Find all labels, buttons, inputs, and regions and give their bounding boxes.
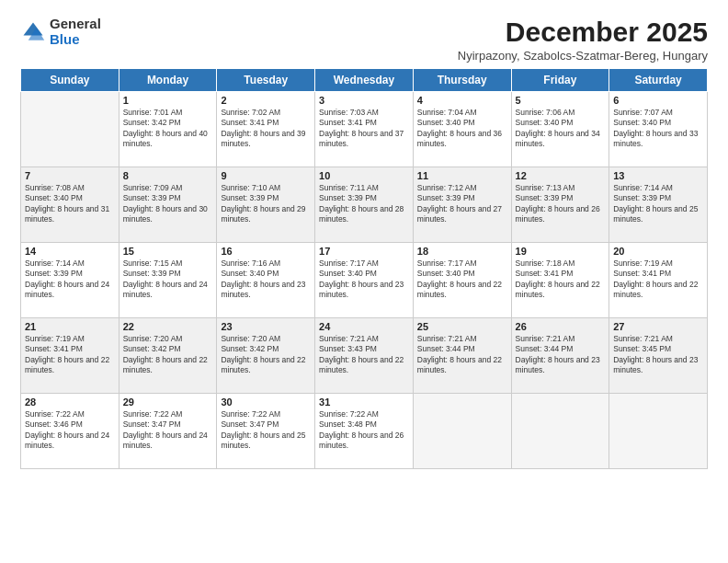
cell-info: Sunrise: 7:22 AMSunset: 3:47 PMDaylight:… — [123, 409, 213, 452]
day-number: 11 — [417, 170, 507, 181]
calendar-cell: 19Sunrise: 7:18 AMSunset: 3:41 PMDayligh… — [511, 243, 609, 318]
week-row-2: 14Sunrise: 7:14 AMSunset: 3:39 PMDayligh… — [21, 243, 708, 318]
cell-info: Sunrise: 7:20 AMSunset: 3:42 PMDaylight:… — [221, 334, 311, 376]
calendar-cell: 18Sunrise: 7:17 AMSunset: 3:40 PMDayligh… — [413, 243, 511, 318]
calendar-cell — [21, 92, 119, 167]
subtitle: Nyirpazony, Szabolcs-Szatmar-Bereg, Hung… — [458, 49, 708, 63]
header-row: Sunday Monday Tuesday Wednesday Thursday… — [21, 69, 708, 92]
day-number: 1 — [123, 95, 213, 106]
cell-info: Sunrise: 7:17 AMSunset: 3:40 PMDaylight:… — [417, 259, 507, 301]
calendar-cell: 25Sunrise: 7:21 AMSunset: 3:44 PMDayligh… — [413, 318, 511, 394]
day-number: 30 — [221, 396, 311, 408]
col-friday: Friday — [511, 69, 609, 92]
day-number: 16 — [221, 246, 311, 257]
logo-text: General Blue — [50, 17, 101, 47]
day-number: 3 — [319, 95, 409, 106]
day-number: 22 — [123, 321, 213, 332]
cell-info: Sunrise: 7:04 AMSunset: 3:40 PMDaylight:… — [417, 108, 507, 150]
cell-info: Sunrise: 7:15 AMSunset: 3:39 PMDaylight:… — [123, 259, 213, 301]
logo-icon — [20, 19, 46, 45]
day-number: 15 — [123, 246, 213, 257]
col-monday: Monday — [119, 69, 217, 92]
calendar-cell: 10Sunrise: 7:11 AMSunset: 3:39 PMDayligh… — [315, 167, 414, 243]
calendar-cell: 23Sunrise: 7:20 AMSunset: 3:42 PMDayligh… — [217, 318, 315, 394]
cell-info: Sunrise: 7:09 AMSunset: 3:39 PMDaylight:… — [123, 183, 213, 225]
week-row-1: 7Sunrise: 7:08 AMSunset: 3:40 PMDaylight… — [21, 167, 708, 243]
week-row-4: 28Sunrise: 7:22 AMSunset: 3:46 PMDayligh… — [21, 394, 708, 469]
col-saturday: Saturday — [609, 69, 708, 92]
cell-info: Sunrise: 7:20 AMSunset: 3:42 PMDaylight:… — [123, 334, 213, 376]
day-number: 14 — [25, 246, 115, 257]
cell-info: Sunrise: 7:18 AMSunset: 3:41 PMDaylight:… — [516, 259, 606, 301]
col-sunday: Sunday — [21, 69, 119, 92]
calendar-cell: 16Sunrise: 7:16 AMSunset: 3:40 PMDayligh… — [217, 243, 315, 318]
day-number: 12 — [516, 170, 606, 181]
cell-info: Sunrise: 7:08 AMSunset: 3:40 PMDaylight:… — [25, 183, 115, 225]
cell-info: Sunrise: 7:21 AMSunset: 3:44 PMDaylight:… — [417, 334, 507, 376]
cell-info: Sunrise: 7:16 AMSunset: 3:40 PMDaylight:… — [221, 259, 311, 301]
calendar-table: Sunday Monday Tuesday Wednesday Thursday… — [20, 68, 708, 469]
calendar-cell: 3Sunrise: 7:03 AMSunset: 3:41 PMDaylight… — [315, 92, 414, 167]
calendar-cell: 15Sunrise: 7:15 AMSunset: 3:39 PMDayligh… — [119, 243, 217, 318]
day-number: 26 — [516, 321, 606, 332]
cell-info: Sunrise: 7:02 AMSunset: 3:41 PMDaylight:… — [221, 108, 311, 150]
calendar-cell — [413, 394, 511, 469]
day-number: 21 — [25, 321, 115, 332]
calendar-cell: 26Sunrise: 7:21 AMSunset: 3:44 PMDayligh… — [511, 318, 609, 394]
day-number: 20 — [613, 246, 703, 257]
calendar-cell — [511, 394, 609, 469]
day-number: 24 — [319, 321, 409, 332]
calendar-cell: 14Sunrise: 7:14 AMSunset: 3:39 PMDayligh… — [21, 243, 119, 318]
logo-blue-text: Blue — [50, 31, 80, 47]
day-number: 29 — [123, 396, 213, 408]
day-number: 4 — [417, 95, 507, 106]
cell-info: Sunrise: 7:12 AMSunset: 3:39 PMDaylight:… — [417, 183, 507, 225]
calendar-cell: 12Sunrise: 7:13 AMSunset: 3:39 PMDayligh… — [511, 167, 609, 243]
cell-info: Sunrise: 7:19 AMSunset: 3:41 PMDaylight:… — [25, 334, 115, 376]
day-number: 18 — [417, 246, 507, 257]
cell-info: Sunrise: 7:19 AMSunset: 3:41 PMDaylight:… — [613, 259, 703, 301]
calendar-cell: 29Sunrise: 7:22 AMSunset: 3:47 PMDayligh… — [119, 394, 217, 469]
cell-info: Sunrise: 7:14 AMSunset: 3:39 PMDaylight:… — [613, 183, 703, 225]
day-number: 10 — [319, 170, 409, 181]
day-number: 23 — [221, 321, 311, 332]
calendar-cell: 5Sunrise: 7:06 AMSunset: 3:40 PMDaylight… — [511, 92, 609, 167]
logo: General Blue — [20, 17, 101, 47]
day-number: 8 — [123, 170, 213, 181]
cell-info: Sunrise: 7:11 AMSunset: 3:39 PMDaylight:… — [319, 183, 409, 225]
calendar-cell — [609, 394, 708, 469]
cell-info: Sunrise: 7:22 AMSunset: 3:46 PMDaylight:… — [25, 409, 115, 452]
cell-info: Sunrise: 7:21 AMSunset: 3:45 PMDaylight:… — [613, 334, 703, 376]
calendar-cell: 27Sunrise: 7:21 AMSunset: 3:45 PMDayligh… — [609, 318, 708, 394]
title-block: December 2025 Nyirpazony, Szabolcs-Szatm… — [458, 17, 708, 63]
cell-info: Sunrise: 7:10 AMSunset: 3:39 PMDaylight:… — [221, 183, 311, 225]
cell-info: Sunrise: 7:03 AMSunset: 3:41 PMDaylight:… — [319, 108, 409, 150]
week-row-0: 1Sunrise: 7:01 AMSunset: 3:42 PMDaylight… — [21, 92, 708, 167]
calendar-cell: 13Sunrise: 7:14 AMSunset: 3:39 PMDayligh… — [609, 167, 708, 243]
col-thursday: Thursday — [413, 69, 511, 92]
day-number: 13 — [613, 170, 703, 181]
day-number: 31 — [319, 396, 409, 408]
calendar-cell: 31Sunrise: 7:22 AMSunset: 3:48 PMDayligh… — [315, 394, 414, 469]
cell-info: Sunrise: 7:22 AMSunset: 3:48 PMDaylight:… — [319, 409, 409, 452]
header: General Blue December 2025 Nyirpazony, S… — [20, 17, 708, 63]
calendar-cell: 1Sunrise: 7:01 AMSunset: 3:42 PMDaylight… — [119, 92, 217, 167]
day-number: 28 — [25, 396, 115, 408]
day-number: 7 — [25, 170, 115, 181]
calendar-cell: 30Sunrise: 7:22 AMSunset: 3:47 PMDayligh… — [217, 394, 315, 469]
calendar-cell: 6Sunrise: 7:07 AMSunset: 3:40 PMDaylight… — [609, 92, 708, 167]
cell-info: Sunrise: 7:22 AMSunset: 3:47 PMDaylight:… — [221, 409, 311, 452]
calendar-cell: 21Sunrise: 7:19 AMSunset: 3:41 PMDayligh… — [21, 318, 119, 394]
calendar-page: General Blue December 2025 Nyirpazony, S… — [0, 0, 728, 563]
cell-info: Sunrise: 7:07 AMSunset: 3:40 PMDaylight:… — [613, 108, 703, 150]
col-wednesday: Wednesday — [315, 69, 414, 92]
cell-info: Sunrise: 7:21 AMSunset: 3:44 PMDaylight:… — [516, 334, 606, 376]
calendar-cell: 4Sunrise: 7:04 AMSunset: 3:40 PMDaylight… — [413, 92, 511, 167]
calendar-cell: 11Sunrise: 7:12 AMSunset: 3:39 PMDayligh… — [413, 167, 511, 243]
calendar-cell: 7Sunrise: 7:08 AMSunset: 3:40 PMDaylight… — [21, 167, 119, 243]
day-number: 6 — [613, 95, 703, 106]
cell-info: Sunrise: 7:17 AMSunset: 3:40 PMDaylight:… — [319, 259, 409, 301]
calendar-cell: 22Sunrise: 7:20 AMSunset: 3:42 PMDayligh… — [119, 318, 217, 394]
day-number: 17 — [319, 246, 409, 257]
day-number: 5 — [516, 95, 606, 106]
